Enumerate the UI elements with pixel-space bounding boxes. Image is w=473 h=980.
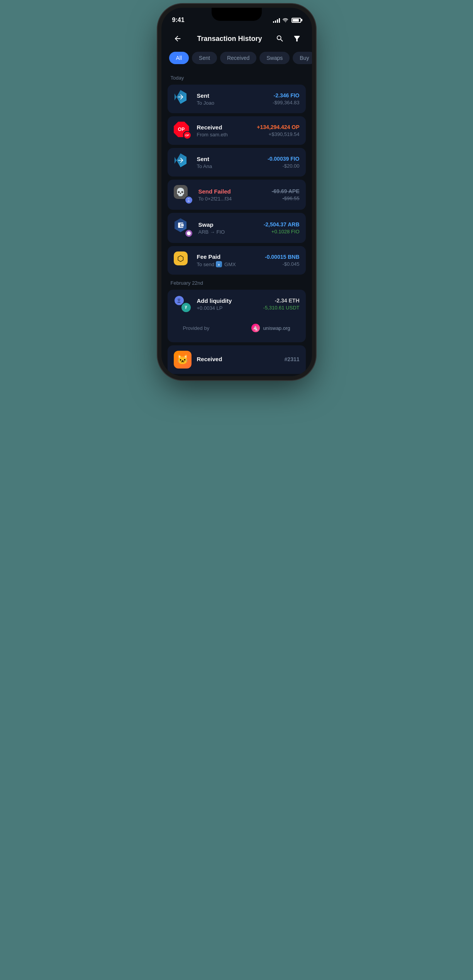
provided-by-section: Provided by 🦄 uniswap.org bbox=[174, 320, 300, 338]
section-feb22: February 22nd bbox=[161, 277, 312, 290]
tx-amount-swap-arb-fio: -2,504.37 ARB +0.1028 FIO bbox=[264, 221, 300, 234]
tx-sent-fio[interactable]: Sent To Joao -2.346 FIO -$99,364.83 bbox=[168, 85, 306, 113]
tx-amount-sent-fio-2: -0.00039 FIO -$20.00 bbox=[268, 156, 300, 169]
tx-title: Fee Paid bbox=[197, 253, 260, 260]
header-actions bbox=[275, 33, 302, 44]
tx-usd-amount: -$96.55 bbox=[272, 195, 300, 201]
tx-crypto-amount: -69.69 APE bbox=[272, 188, 300, 194]
tx-subtitle: To 0×2f21...f34 bbox=[198, 196, 266, 202]
tx-subtitle: +0.0034 LP bbox=[197, 305, 258, 311]
tx-usd-amount: -$99,364.83 bbox=[273, 100, 299, 105]
filter-button[interactable] bbox=[292, 33, 302, 44]
tx-badge: #2311 bbox=[285, 356, 300, 362]
provided-by-label: Provided by bbox=[183, 325, 210, 331]
search-button[interactable] bbox=[275, 33, 285, 44]
battery-icon bbox=[292, 18, 301, 23]
tx-swap-arb-fio[interactable]: Swap ARB → FIO -2,504.37 ARB +0.1028 FIO bbox=[168, 213, 306, 243]
tx-icon-ape: 💀 Ξ bbox=[174, 185, 193, 204]
swap-sub-icon bbox=[185, 229, 193, 238]
tx-usd-amount: -$20.00 bbox=[268, 163, 300, 169]
tx-subtitle: ARB → FIO bbox=[198, 229, 258, 235]
tx-title: Sent bbox=[197, 156, 263, 162]
tx-fee-bnb[interactable]: ⬡ Fee Paid To send ▲ GMX -0.00015 BNB -$… bbox=[168, 246, 306, 275]
tx-amount-fee-bnb: -0.00015 BNB -$0.045 bbox=[265, 254, 300, 267]
tx-icon-arb bbox=[174, 218, 193, 238]
tx-title: Received bbox=[197, 124, 252, 131]
tx-add-liquidity[interactable]: Ξ ₮ Add liquidity +0.0034 LP -2.34 ETH -… bbox=[168, 290, 306, 342]
tab-buy[interactable]: Buy bbox=[293, 52, 312, 64]
provided-by-source: 🦄 uniswap.org bbox=[251, 324, 290, 332]
tx-failed-ape[interactable]: 💀 Ξ Send Failed To 0×2f21...f34 -69.69 A… bbox=[168, 180, 306, 210]
tx-usd-amount: -$0.045 bbox=[265, 261, 300, 267]
tx-title: Received bbox=[197, 356, 279, 362]
tx-amount-liq: -2.34 ETH -5,310.61 USDT bbox=[263, 297, 300, 311]
tx-crypto-amount: -0.00015 BNB bbox=[265, 254, 300, 260]
back-arrow-icon bbox=[173, 34, 182, 43]
tx-icon-nft: 🐱 bbox=[174, 351, 192, 369]
tx-received-nft[interactable]: 🐱 Received #2311 bbox=[168, 345, 306, 374]
lp-top: Ξ ₮ Add liquidity +0.0034 LP -2.34 ETH -… bbox=[168, 290, 306, 318]
tab-swaps[interactable]: Swaps bbox=[259, 52, 290, 64]
phone-frame: 9:41 Transaction History bbox=[161, 8, 312, 376]
provided-by-name: uniswap.org bbox=[263, 325, 290, 331]
signal-icon bbox=[273, 17, 280, 23]
tx-title-failed: Send Failed bbox=[198, 188, 266, 195]
transaction-list-today: Sent To Joao -2.346 FIO -$99,364.83 OP O… bbox=[161, 85, 312, 277]
tx-received-op[interactable]: OP OP Received From sam.eth +134,294.424… bbox=[168, 116, 306, 145]
tx-info-sent-fio-1: Sent To Joao bbox=[197, 92, 268, 106]
tx-icon-fio-2 bbox=[174, 153, 192, 171]
tx-title: Swap bbox=[198, 221, 258, 228]
tx-crypto-amount: -0.00039 FIO bbox=[268, 156, 300, 162]
tab-received[interactable]: Received bbox=[220, 52, 256, 64]
notch bbox=[212, 8, 262, 21]
tab-sent[interactable]: Sent bbox=[192, 52, 217, 64]
tx-crypto-amount: +134,294.424 OP bbox=[257, 124, 299, 130]
gmx-icon: ▲ bbox=[216, 261, 222, 267]
status-time: 9:41 bbox=[172, 17, 185, 24]
header: Transaction History bbox=[161, 27, 312, 52]
tx-amount-received-op: +134,294.424 OP +$390,519.54 bbox=[257, 124, 299, 137]
tx-icon-fio-1 bbox=[174, 90, 192, 108]
lp-info: Add liquidity +0.0034 LP bbox=[197, 297, 258, 311]
tx-icon-op: OP OP bbox=[174, 122, 192, 139]
tx-title: Add liquidity bbox=[197, 297, 258, 304]
tx-info-received-op: Received From sam.eth bbox=[197, 124, 252, 138]
status-icons bbox=[273, 17, 301, 23]
tx-info-failed-ape: Send Failed To 0×2f21...f34 bbox=[198, 188, 266, 202]
tx-crypto-amount-eth: -2.34 ETH bbox=[263, 297, 300, 304]
tx-crypto-amount-2: +0.1028 FIO bbox=[264, 229, 300, 234]
tx-crypto-amount: -2,504.37 ARB bbox=[264, 221, 300, 228]
tx-crypto-amount: -2.346 FIO bbox=[273, 92, 299, 99]
tx-info-received-nft: Received bbox=[197, 356, 279, 363]
uniswap-logo-icon: 🦄 bbox=[251, 324, 260, 332]
back-button[interactable] bbox=[171, 32, 185, 46]
section-today: Today bbox=[161, 72, 312, 85]
tx-subtitle: From sam.eth bbox=[197, 132, 252, 138]
tx-subtitle: To Joao bbox=[197, 100, 268, 106]
tx-usd-amount: +$390,519.54 bbox=[257, 131, 299, 137]
transaction-list-feb22: Ξ ₮ Add liquidity +0.0034 LP -2.34 ETH -… bbox=[161, 290, 312, 376]
tx-crypto-amount-usdt: -5,310.61 USDT bbox=[263, 305, 300, 311]
tx-subtitle-fee: To send ▲ GMX bbox=[197, 261, 260, 267]
tx-title: Sent bbox=[197, 92, 268, 99]
tx-amount-sent-fio-1: -2.346 FIO -$99,364.83 bbox=[273, 92, 299, 105]
tx-icon-bnb: ⬡ bbox=[174, 251, 192, 269]
filter-tabs: All Sent Received Swaps Buy Se... bbox=[161, 52, 312, 72]
tx-amount-failed-ape: -69.69 APE -$96.55 bbox=[272, 188, 300, 201]
tx-sent-fio-2[interactable]: Sent To Ana -0.00039 FIO -$20.00 bbox=[168, 148, 306, 177]
search-icon bbox=[276, 34, 284, 43]
wifi-icon bbox=[282, 18, 288, 22]
tab-all[interactable]: All bbox=[169, 52, 189, 64]
lp-bottom-provided: Provided by 🦄 uniswap.org bbox=[168, 318, 306, 342]
tx-icon-eth-tether: Ξ ₮ bbox=[174, 295, 192, 313]
tx-info-swap-arb-fio: Swap ARB → FIO bbox=[198, 221, 258, 235]
eth-sub-icon: Ξ bbox=[185, 196, 193, 204]
tx-subtitle: To Ana bbox=[197, 163, 263, 169]
filter-icon bbox=[293, 34, 301, 43]
tx-amount-nft: #2311 bbox=[285, 356, 300, 363]
tx-info-fee-bnb: Fee Paid To send ▲ GMX bbox=[197, 253, 260, 267]
page-title: Transaction History bbox=[197, 35, 262, 43]
tx-info-sent-fio-2: Sent To Ana bbox=[197, 156, 263, 169]
